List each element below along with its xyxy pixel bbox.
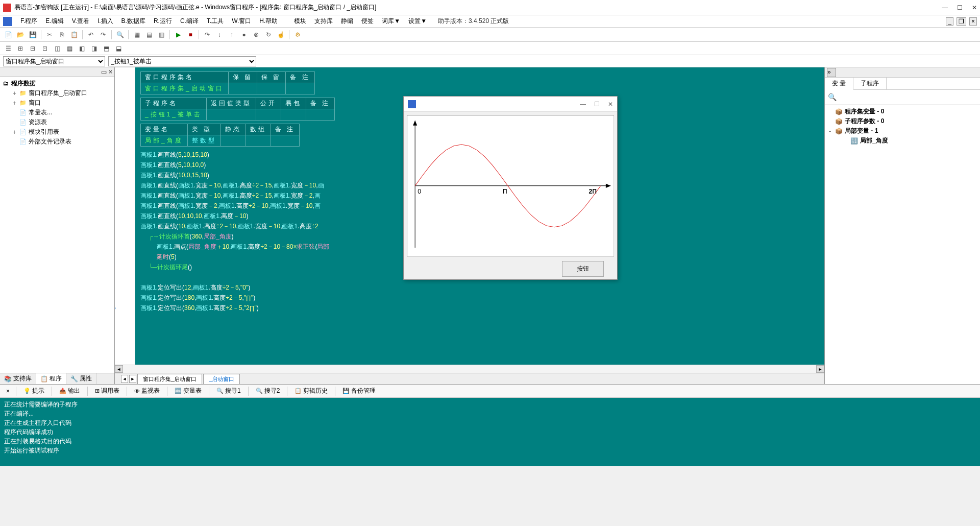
output-close-icon[interactable]: × [3, 388, 13, 395]
open-button[interactable]: 📂 [15, 30, 26, 40]
layout3-button[interactable]: ▥ [156, 30, 166, 40]
tree-item[interactable]: 📄常量表... [2, 108, 112, 117]
paste-button[interactable]: 📋 [69, 30, 79, 40]
maximize-button[interactable]: ☐ [957, 4, 963, 11]
break-all-button[interactable]: ⊗ [251, 30, 261, 40]
scroll-right-icon[interactable]: ► [816, 365, 824, 373]
tree-item[interactable]: +📁窗口 [2, 98, 112, 108]
menu-database[interactable]: B.数据库 [118, 16, 149, 27]
tree-item[interactable]: 📄外部文件记录表 [2, 137, 112, 147]
tree-item[interactable]: +📁窗口程序集_启动窗口 [2, 88, 112, 98]
pin-icon[interactable]: » [827, 68, 836, 77]
preview-action-button[interactable]: 按钮 [562, 261, 604, 277]
breakpoint-button[interactable]: ● [239, 30, 249, 40]
continue-button[interactable]: ↻ [263, 30, 274, 40]
menu-support[interactable]: 支持库 [311, 16, 336, 27]
var-item[interactable]: 📦程序集变量 - 0 [827, 107, 978, 116]
preview-close-button[interactable]: ✕ [608, 101, 613, 108]
compile-button[interactable]: ⚙ [292, 30, 303, 40]
menu-help[interactable]: H.帮助 [256, 16, 281, 27]
run-button[interactable]: ▶ [173, 30, 183, 40]
output-text[interactable]: 正在统计需要编译的子程序正在编译...正在生成主程序入口代码程序代码编译成功正在… [0, 398, 980, 466]
redo-button[interactable]: ↷ [98, 30, 108, 40]
var-item[interactable]: -📦局部变量 - 1 [827, 126, 978, 136]
menu-dict[interactable]: 词库▼ [379, 16, 403, 27]
menu-module[interactable]: 模块 [291, 16, 309, 27]
tree-root[interactable]: 🗂 程序数据 [2, 79, 112, 88]
btab-calltable[interactable]: ⊞调用表 [91, 385, 124, 397]
btab-search1[interactable]: 🔍搜寻1 [212, 385, 245, 397]
find-button[interactable]: 🔍 [115, 30, 125, 40]
tb2-4[interactable]: ⊡ [40, 43, 50, 54]
rtab-variables[interactable]: 变 量 [825, 78, 853, 90]
copy-button[interactable]: ⎘ [57, 30, 67, 40]
menu-program[interactable]: F.程序 [17, 16, 40, 27]
tb2-10[interactable]: ⬓ [113, 43, 124, 54]
btab-tip[interactable]: 💡提示 [19, 385, 48, 397]
var-item[interactable]: 📦子程序参数 - 0 [827, 116, 978, 126]
running-preview-window[interactable]: — ☐ ✕ 0 Π 2Π 按钮 [403, 96, 618, 280]
preview-minimize-button[interactable]: — [580, 101, 586, 108]
layout2-button[interactable]: ▤ [144, 30, 154, 40]
undo-button[interactable]: ↶ [86, 30, 96, 40]
tb2-5[interactable]: ◫ [52, 43, 62, 54]
tb2-7[interactable]: ◧ [77, 43, 87, 54]
mdi-minimize-button[interactable]: _ [946, 17, 953, 26]
cursor-button[interactable]: ☝ [276, 30, 286, 40]
search-input[interactable] [827, 92, 978, 102]
stepover-button[interactable]: ↷ [202, 30, 212, 40]
scope-dropdown[interactable]: 窗口程序集_启动窗口 [3, 56, 105, 66]
panel-close-icon[interactable]: × [109, 68, 112, 76]
menu-settings[interactable]: 设置▼ [405, 16, 430, 27]
cut-button[interactable]: ✂ [44, 30, 55, 40]
tree-item[interactable]: 📄资源表 [2, 117, 112, 127]
minimize-button[interactable]: — [942, 4, 948, 11]
editor-tab-window[interactable]: _启动窗口 [203, 374, 240, 384]
editor-tab-assembly[interactable]: 窗口程序集_启动窗口 [137, 374, 202, 384]
menu-insert[interactable]: I.插入 [94, 16, 116, 27]
preview-titlebar[interactable]: — ☐ ✕ [404, 97, 617, 112]
btab-backup[interactable]: 💾备份管理 [338, 385, 380, 397]
menu-window[interactable]: W.窗口 [229, 16, 254, 27]
scroll-left-icon[interactable]: ◄ [115, 365, 123, 373]
mdi-close-button[interactable]: × [969, 17, 977, 26]
tab-property[interactable]: 🔧属性 [66, 373, 96, 384]
menu-notes[interactable]: 便签 [358, 16, 377, 27]
menu-view[interactable]: V.查看 [69, 16, 92, 27]
tab-scroll-right[interactable]: ► [129, 375, 136, 383]
tb2-8[interactable]: ◨ [89, 43, 99, 54]
btab-clip[interactable]: 📋剪辑历史 [290, 385, 332, 397]
close-button[interactable]: ✕ [972, 4, 977, 11]
btab-search2[interactable]: 🔍搜寻2 [252, 385, 284, 397]
tb2-1[interactable]: ☰ [3, 43, 13, 54]
menu-edit[interactable]: E.编辑 [42, 16, 66, 27]
stepinto-button[interactable]: ↓ [214, 30, 225, 40]
layout1-button[interactable]: ▦ [132, 30, 142, 40]
save-button[interactable]: 💾 [28, 30, 38, 40]
menu-run[interactable]: R.运行 [151, 16, 175, 27]
stop-button[interactable]: ■ [185, 30, 195, 40]
new-button[interactable]: 📄 [3, 30, 13, 40]
menu-static[interactable]: 静编 [338, 16, 356, 27]
tree-item[interactable]: +📄模块引用表 [2, 127, 112, 137]
tb2-2[interactable]: ⊞ [15, 43, 26, 54]
tb2-6[interactable]: ▦ [64, 43, 75, 54]
rtab-subs[interactable]: 子程序 [853, 78, 887, 89]
tb2-3[interactable]: ⊟ [28, 43, 38, 54]
tab-scroll-left[interactable]: ◄ [121, 375, 128, 383]
var-item[interactable]: 🔢局部_角度 [827, 136, 978, 146]
stepout-button[interactable]: ↑ [227, 30, 237, 40]
panel-pin-icon[interactable]: ▭ [101, 68, 107, 76]
btab-vartable[interactable]: 🔤变量表 [170, 385, 206, 397]
menu-compile[interactable]: C.编译 [177, 16, 202, 27]
mdi-restore-button[interactable]: ❐ [957, 17, 966, 26]
tab-program[interactable]: 📋程序 [36, 373, 66, 384]
tb2-9[interactable]: ⬒ [101, 43, 111, 54]
menu-tools[interactable]: T.工具 [204, 16, 227, 27]
tab-support[interactable]: 📚支持库 [0, 373, 36, 384]
btab-watch[interactable]: 👁监视表 [130, 385, 164, 397]
preview-maximize-button[interactable]: ☐ [594, 101, 600, 108]
sub-dropdown[interactable]: _按钮1_被单击 [108, 56, 256, 66]
btab-output[interactable]: 📤输出 [55, 385, 84, 397]
editor-hscroll[interactable]: ◄ ► [115, 365, 824, 373]
